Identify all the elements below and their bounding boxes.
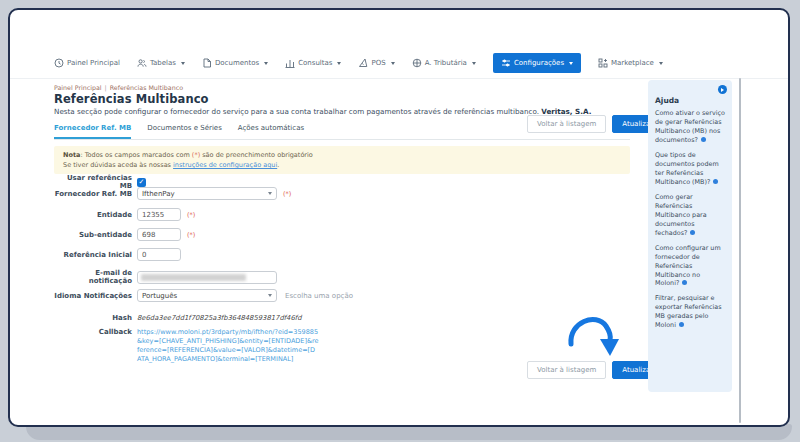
help-title: Ajuda <box>655 96 725 105</box>
help-link-text: Que tipos de documentos podem ter Referê… <box>655 151 719 186</box>
chevron-down-icon <box>268 192 272 195</box>
language-helper-text: Escolha uma opção <box>285 292 353 300</box>
bar-chart-icon <box>285 58 295 68</box>
info-icon <box>713 179 718 184</box>
pos-ruler-icon <box>358 58 368 68</box>
help-link-text: Como ativar o serviço de gerar Referênci… <box>655 109 725 144</box>
nav-divider <box>10 78 788 79</box>
required-mark: (*) <box>187 211 195 219</box>
initial-reference-label: Referência Inicial <box>54 251 132 259</box>
breadcrumb: Painel Principal|Referências Multibanco <box>54 84 183 91</box>
help-link[interactable]: Como configurar um fornecedor de Referên… <box>655 244 725 289</box>
nav-label: POS <box>371 59 385 67</box>
callback-label: Callback <box>54 328 132 336</box>
back-to-list-button[interactable]: Voltar à listagem <box>527 361 606 379</box>
tax-compass-icon <box>412 58 422 68</box>
sliders-icon <box>501 58 511 68</box>
form-row-subentity: Sub-entidade (*) <box>54 228 195 241</box>
chevron-down-icon <box>181 62 185 65</box>
chevron-down-icon <box>659 62 663 65</box>
nav-item-tabelas[interactable]: Tabelas <box>137 58 185 68</box>
people-icon <box>137 58 147 68</box>
provider-label: Fornecedor Ref. MB <box>54 190 132 198</box>
chevron-down-icon <box>264 62 268 65</box>
info-icon <box>701 137 706 142</box>
help-link-text: Filtrar, pesquisar e exportar Referência… <box>655 294 722 329</box>
help-link[interactable]: Filtrar, pesquisar e exportar Referência… <box>655 294 725 330</box>
language-selected-value: Português <box>142 292 177 300</box>
form-row-entity: Entidade (*) <box>54 208 195 221</box>
breadcrumb-separator: | <box>105 84 107 91</box>
nav-item-painel-principal[interactable]: Painel Principal <box>54 58 120 68</box>
form-row-callback: Callback https://www.moloni.pt/3rdparty/… <box>54 328 319 364</box>
initial-reference-input[interactable] <box>137 248 181 261</box>
form-row-initial-reference: Referência Inicial <box>54 248 181 261</box>
configuration-instructions-link[interactable]: instruções de configuração aqui <box>173 161 277 169</box>
redacted-email-value <box>141 274 246 281</box>
help-link-text: Como configurar um fornecedor de Referên… <box>655 244 721 288</box>
chevron-down-icon <box>569 62 573 65</box>
nav-item-a-tributaria[interactable]: A. Tributária <box>412 58 476 68</box>
tab-acoes-automaticas[interactable]: Ações automáticas <box>238 124 304 139</box>
info-icon <box>690 230 695 235</box>
nav-item-configuracoes[interactable]: Configurações <box>493 53 581 73</box>
arrow-right-icon <box>721 88 724 92</box>
entity-label: Entidade <box>54 211 132 219</box>
vertical-scrollbar[interactable] <box>739 78 741 423</box>
help-link-text: Como gerar Referências Multibanco para d… <box>655 193 707 237</box>
required-mark: (*) <box>187 231 195 239</box>
provider-selected-value: IfthenPay <box>142 190 175 198</box>
notification-language-label: Idioma Notificações <box>54 292 132 300</box>
form-row-hash: Hash 8e6da3ee7dd1f70825a3fb364848593817d… <box>54 314 301 322</box>
bottom-actions: Voltar à listagem Atualizar <box>527 361 663 379</box>
subentity-label: Sub-entidade <box>54 231 132 239</box>
page-title: Referências Multibanco <box>54 92 209 106</box>
nav-item-documentos[interactable]: Documentos <box>202 58 268 68</box>
main-nav: Painel Principal Tabelas Documentos Cons… <box>54 52 663 74</box>
hash-value: 8e6da3ee7dd1f70825a3fb364848593817df46fd <box>137 314 301 322</box>
note-line-1: Nota: Todos os campos marcados com (*) s… <box>63 150 621 160</box>
help-collapse-button[interactable] <box>718 85 727 94</box>
tab-fornecedor-ref-mb[interactable]: Fornecedor Ref. MB <box>54 124 131 139</box>
nav-label: A. Tributária <box>425 59 467 67</box>
subentity-input[interactable] <box>137 228 181 241</box>
dashboard-clock-icon <box>54 58 64 68</box>
nav-label: Configurações <box>514 59 564 67</box>
subtitle-text: Nesta secção pode configurar o fornecedo… <box>54 107 539 116</box>
note-box: Nota: Todos os campos marcados com (*) s… <box>54 146 630 174</box>
nav-label: Tabelas <box>150 59 176 67</box>
entity-input[interactable] <box>137 208 181 221</box>
chevron-down-icon <box>472 62 476 65</box>
info-icon <box>682 280 687 285</box>
form-row-provider: Fornecedor Ref. MB IfthenPay (*) <box>54 187 291 200</box>
help-panel: Ajuda Como ativar o serviço de gerar Ref… <box>648 80 732 392</box>
nav-item-marketplace[interactable]: Marketplace <box>598 58 663 68</box>
note-line-2: Se tiver dúvidas aceda às nossas instruç… <box>63 160 621 170</box>
notification-language-select[interactable]: Português <box>137 289 277 302</box>
nav-item-consultas[interactable]: Consultas <box>285 58 341 68</box>
required-mark: (*) <box>283 190 291 198</box>
use-mb-checkbox[interactable]: ✓ <box>137 178 146 187</box>
nav-label: Marketplace <box>611 59 654 67</box>
required-mark: (*) <box>192 151 200 159</box>
hash-label: Hash <box>54 314 132 322</box>
help-link[interactable]: Como ativar o serviço de gerar Referênci… <box>655 109 725 145</box>
help-link[interactable]: Como gerar Referências Multibanco para d… <box>655 193 725 238</box>
app-window: Painel Principal Tabelas Documentos Cons… <box>8 8 790 427</box>
notification-email-label: E-mail de notificação <box>54 269 132 285</box>
tab-documentos-e-series[interactable]: Documentos e Séries <box>147 124 221 139</box>
notification-email-input[interactable] <box>137 271 277 284</box>
document-icon <box>202 58 212 68</box>
callback-url-link[interactable]: https://www.moloni.pt/3rdparty/mb/ifthen… <box>137 328 319 364</box>
nav-label: Painel Principal <box>67 59 120 67</box>
provider-select[interactable]: IfthenPay <box>137 187 277 200</box>
screenshot-stage: Painel Principal Tabelas Documentos Cons… <box>0 0 800 442</box>
breadcrumb-item-painel-principal[interactable]: Painel Principal <box>54 84 102 91</box>
form-row-notification-language: Idioma Notificações Português Escolha um… <box>54 289 353 302</box>
nav-item-pos[interactable]: POS <box>358 58 394 68</box>
marketplace-grid-icon <box>598 58 608 68</box>
breadcrumb-item-referencias-multibanco[interactable]: Referências Multibanco <box>110 84 183 91</box>
chevron-down-icon <box>268 294 272 297</box>
help-link[interactable]: Que tipos de documentos podem ter Referê… <box>655 151 725 187</box>
tab-bar: Fornecedor Ref. MB Documentos e Séries A… <box>54 124 630 140</box>
